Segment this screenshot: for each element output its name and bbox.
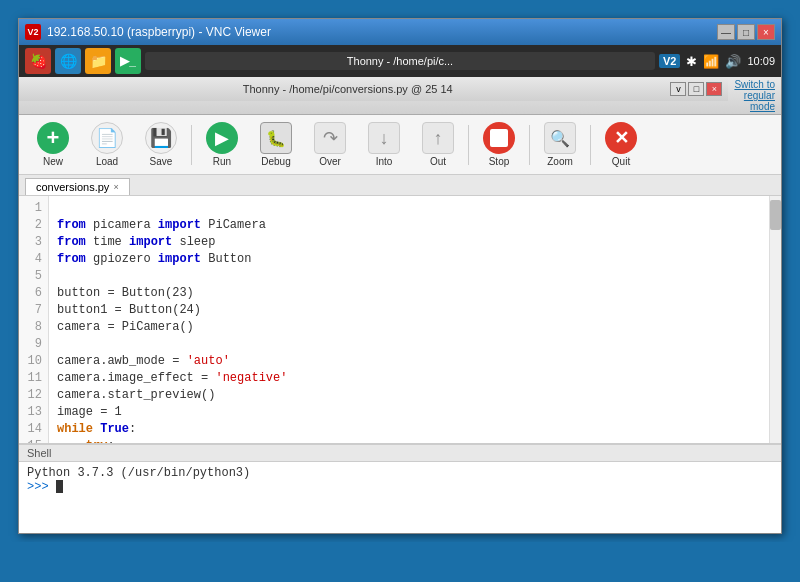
into-label: Into [376,156,393,167]
debug-button[interactable]: 🐛 Debug [250,119,302,170]
code-line-9 [57,336,761,353]
code-line-3: from time import sleep [57,234,761,251]
tab-conversions-py[interactable]: conversions.py × [25,178,130,195]
rpi-active-window-title[interactable]: Thonny - /home/pi/c... [145,52,655,70]
new-icon: + [37,122,69,154]
windows-taskbar [0,542,800,582]
wifi-icon: 📶 [703,54,719,69]
new-button[interactable]: + New [27,119,79,170]
vnc-minimize-button[interactable]: — [717,24,735,40]
over-button[interactable]: ↷ Over [304,119,356,170]
vnc-title-text: 192.168.50.10 (raspberrypi) - VNC Viewer [47,25,717,39]
shell-area: Shell Python 3.7.3 (/usr/bin/python3) >>… [19,443,781,533]
zoom-button[interactable]: 🔍 Zoom [534,119,586,170]
shell-cursor [56,480,63,493]
quit-icon: ✕ [605,122,637,154]
code-line-15: try: [57,438,761,443]
tab-label: conversions.py [36,181,109,193]
code-line-1 [57,200,761,217]
load-icon: 📄 [91,122,123,154]
toolbar-separator-1 [191,125,192,165]
run-button[interactable]: ▶ Run [196,119,248,170]
code-line-4: from gpiozero import Button [57,251,761,268]
stop-button[interactable]: Stop [473,119,525,170]
run-icon: ▶ [206,122,238,154]
tab-bar: conversions.py × [19,175,781,196]
rpi-taskbar: 🍓 🌐 📁 ▶_ Thonny - /home/pi/c... V2 ✱ 📶 🔊… [19,45,781,77]
stop-icon [483,122,515,154]
stop-label: Stop [489,156,510,167]
code-line-5 [57,268,761,285]
quit-button[interactable]: ✕ Quit [595,119,647,170]
out-icon: ↑ [422,122,454,154]
shell-prompt: >>> [27,480,56,494]
code-line-12: camera.start_preview() [57,387,761,404]
out-button[interactable]: ↑ Out [412,119,464,170]
vnc-logo: V2 [25,24,41,40]
shell-content[interactable]: Python 3.7.3 (/usr/bin/python3) >>> [19,462,781,533]
code-line-6: button = Button(23) [57,285,761,302]
zoom-icon: 🔍 [544,122,576,154]
shell-prompt-line: >>> [27,480,773,494]
into-icon: ↓ [368,122,400,154]
thonny-maximize-button[interactable]: □ [688,82,704,96]
raspberry-icon[interactable]: 🍓 [25,48,51,74]
thonny-title-text: Thonny - /home/pi/conversions.py @ 25 14 [25,83,670,95]
thonny-toolbar: + New 📄 Load 💾 Save [19,115,781,175]
terminal-icon[interactable]: ▶_ [115,48,141,74]
into-button[interactable]: ↓ Into [358,119,410,170]
debug-label: Debug [261,156,290,167]
thonny-minimize-button[interactable]: v [670,82,686,96]
folder-icon[interactable]: 📁 [85,48,111,74]
save-button[interactable]: 💾 Save [135,119,187,170]
new-label: New [43,156,63,167]
toolbar-separator-2 [468,125,469,165]
thonny-close-button[interactable]: × [706,82,722,96]
code-line-7: button1 = Button(24) [57,302,761,319]
code-editor[interactable]: from picamera import PiCamera from time … [49,196,769,443]
vnc-tray-icon: V2 [659,54,680,68]
load-label: Load [96,156,118,167]
shell-info-line: Python 3.7.3 (/usr/bin/python3) [27,466,773,480]
code-line-2: from picamera import PiCamera [57,217,761,234]
vnc-close-button[interactable]: × [757,24,775,40]
editor-area[interactable]: 1 2 3 4 5 6 7 8 9 10 11 12 13 14 15 16 f… [19,196,781,443]
code-line-14: while True: [57,421,761,438]
rpi-system-tray: V2 ✱ 📶 🔊 10:09 [659,54,775,69]
code-line-8: camera = PiCamera() [57,319,761,336]
switch-mode-button[interactable]: Switch to regular mode [728,77,781,114]
toolbar-separator-4 [590,125,591,165]
globe-icon[interactable]: 🌐 [55,48,81,74]
thonny-window: Thonny - /home/pi/conversions.py @ 25 14… [19,77,781,533]
debug-icon: 🐛 [260,122,292,154]
toolbar-separator-3 [529,125,530,165]
quit-label: Quit [612,156,630,167]
save-label: Save [150,156,173,167]
vnc-window-controls: — □ × [717,24,775,40]
scrollbar-thumb[interactable] [770,200,781,230]
code-line-13: image = 1 [57,404,761,421]
vnc-titlebar: V2 192.168.50.10 (raspberrypi) - VNC Vie… [19,19,781,45]
bluetooth-icon: ✱ [686,54,697,69]
vnc-window: V2 192.168.50.10 (raspberrypi) - VNC Vie… [18,18,782,534]
clock: 10:09 [747,55,775,67]
over-label: Over [319,156,341,167]
over-icon: ↷ [314,122,346,154]
out-label: Out [430,156,446,167]
vnc-maximize-button[interactable]: □ [737,24,755,40]
shell-title: Shell [19,445,781,462]
editor-scrollbar[interactable] [769,196,781,443]
thonny-window-controls: v □ × [670,82,722,96]
line-numbers: 1 2 3 4 5 6 7 8 9 10 11 12 13 14 15 16 [19,196,49,443]
load-button[interactable]: 📄 Load [81,119,133,170]
volume-icon: 🔊 [725,54,741,69]
thonny-titlebar: Thonny - /home/pi/conversions.py @ 25 14… [19,77,728,101]
save-icon: 💾 [145,122,177,154]
zoom-label: Zoom [547,156,573,167]
run-label: Run [213,156,231,167]
code-line-11: camera.image_effect = 'negative' [57,370,761,387]
tab-close-button[interactable]: × [113,182,118,192]
code-line-10: camera.awb_mode = 'auto' [57,353,761,370]
